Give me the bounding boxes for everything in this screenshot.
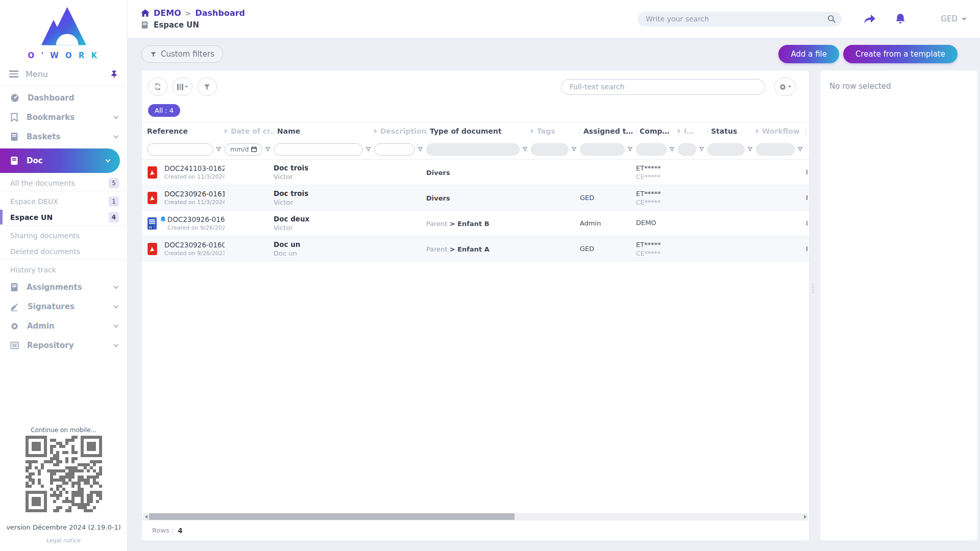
home-icon[interactable] bbox=[141, 9, 150, 17]
column-header-reference[interactable]: Reference bbox=[147, 127, 225, 135]
column-header-i[interactable]: I… bbox=[678, 127, 707, 135]
sidebar-item-dashboard[interactable]: Dashboard bbox=[0, 88, 127, 108]
sub-item-label: Deleted documents bbox=[10, 247, 119, 256]
filters-button[interactable] bbox=[198, 78, 217, 96]
column-header-status[interactable]: Status bbox=[707, 127, 756, 135]
horizontal-scrollbar[interactable] bbox=[143, 513, 808, 520]
name-filter-input[interactable] bbox=[274, 143, 363, 156]
sidebar-item-baskets[interactable]: Baskets bbox=[0, 127, 127, 146]
menu-toggle[interactable]: Menu bbox=[0, 62, 127, 86]
all-filter-chip[interactable]: All : 4 bbox=[148, 104, 180, 117]
sidebar-item-espace-un[interactable]: Espace UN 4 bbox=[0, 209, 127, 225]
column-header-assigned[interactable]: Assigned t… bbox=[580, 127, 636, 135]
column-header-comp[interactable]: Comp… bbox=[636, 127, 678, 135]
funnel-icon[interactable] bbox=[669, 146, 675, 152]
breadcrumb-home[interactable]: DEMO bbox=[154, 8, 181, 18]
document-row[interactable]: DOC230926-01610-3 Created on 11/3/2024 1… bbox=[142, 185, 809, 211]
column-header-workflow[interactable]: Workflow bbox=[756, 127, 806, 135]
tags-filter-input[interactable] bbox=[531, 143, 569, 156]
global-search[interactable] bbox=[638, 12, 842, 27]
sidebar-item-espace-deux[interactable]: Espace DEUX 1 bbox=[0, 193, 127, 209]
column-header-type[interactable]: Type of document bbox=[426, 127, 531, 135]
create-from-template-button[interactable]: Create from a template bbox=[843, 45, 958, 63]
pin-icon[interactable] bbox=[110, 70, 118, 78]
document-row[interactable]: DOC230926-01608-0 Created on 9/26/2023 3… bbox=[142, 236, 809, 262]
doc-name: Doc un bbox=[274, 240, 374, 248]
sub-item-label: History track bbox=[10, 266, 119, 274]
funnel-icon[interactable] bbox=[627, 146, 633, 152]
count-badge: 1 bbox=[109, 196, 119, 207]
caret-down-icon bbox=[185, 86, 188, 88]
date-filter-input[interactable]: mm/d bbox=[225, 143, 262, 156]
table-toolbar bbox=[142, 70, 809, 101]
funnel-icon[interactable] bbox=[747, 146, 753, 152]
sidebar-item-deleted-documents[interactable]: Deleted documents bbox=[0, 243, 127, 259]
sidebar-item-sharing-documents[interactable]: Sharing documents bbox=[0, 228, 127, 243]
mountain-logo-icon bbox=[39, 5, 88, 50]
columns-button[interactable] bbox=[173, 78, 192, 96]
column-header-tags[interactable]: Tags bbox=[531, 127, 580, 135]
sidebar-item-doc-active[interactable]: Doc bbox=[0, 148, 120, 173]
dashboard-icon bbox=[10, 93, 19, 103]
panel-resize-handle[interactable] bbox=[810, 282, 816, 295]
legal-notice-link[interactable]: Legal notice bbox=[46, 537, 81, 544]
sidebar-item-signatures[interactable]: Signatures bbox=[0, 297, 127, 316]
fulltext-search[interactable] bbox=[561, 79, 765, 95]
funnel-icon[interactable] bbox=[365, 146, 371, 152]
description-filter-input[interactable] bbox=[374, 143, 415, 156]
breadcrumb-current[interactable]: Dashboard bbox=[195, 8, 245, 18]
refresh-button[interactable] bbox=[148, 78, 167, 96]
doc-name: Doc deux bbox=[274, 215, 374, 223]
share-button[interactable] bbox=[863, 13, 876, 24]
type-filter-input[interactable] bbox=[426, 143, 520, 156]
scroll-left-arrow[interactable] bbox=[143, 513, 149, 520]
sub-item-label: All the documents bbox=[10, 179, 109, 187]
funnel-icon[interactable] bbox=[797, 146, 803, 152]
funnel-icon[interactable] bbox=[522, 146, 528, 152]
column-header-cut[interactable]: Y bbox=[806, 127, 810, 135]
custom-filters-button[interactable]: Custom filters bbox=[141, 45, 223, 63]
scrollbar-thumb[interactable] bbox=[149, 513, 514, 520]
sidebar-item-assignments[interactable]: Assignments bbox=[0, 278, 127, 297]
funnel-icon[interactable] bbox=[265, 146, 271, 152]
document-row[interactable]: DOC241103-01627-0 Created on 11/3/2024 1… bbox=[142, 160, 809, 185]
notifications-button[interactable] bbox=[895, 13, 906, 25]
detail-panel: No row selected bbox=[820, 70, 978, 541]
calendar-icon[interactable] bbox=[251, 146, 257, 152]
column-header-name[interactable]: Name bbox=[274, 127, 374, 135]
sidebar-item-all-documents[interactable]: All the documents 5 bbox=[0, 175, 127, 191]
table-footer: Rows : 4 bbox=[142, 520, 809, 540]
assigned-filter-input[interactable] bbox=[580, 143, 625, 156]
sidebar-item-admin[interactable]: Admin bbox=[0, 316, 127, 336]
table-settings-button[interactable] bbox=[774, 78, 796, 96]
pdf-file-icon bbox=[147, 166, 159, 179]
funnel-icon[interactable] bbox=[699, 146, 704, 152]
i-filter-input[interactable] bbox=[678, 143, 696, 156]
comp-filter-input[interactable] bbox=[636, 143, 667, 156]
column-header-date[interactable]: Date of cr… bbox=[225, 127, 274, 135]
chevron-down-icon bbox=[106, 157, 111, 162]
reference-filter-input[interactable] bbox=[147, 143, 213, 156]
user-menu[interactable]: GED bbox=[941, 14, 967, 23]
sidebar-item-bookmarks[interactable]: Bookmarks bbox=[0, 108, 127, 127]
sidebar-item-repository[interactable]: Repository bbox=[0, 336, 127, 355]
doc-subtitle: Doc un bbox=[274, 249, 374, 257]
fulltext-search-input[interactable] bbox=[570, 83, 756, 91]
status-filter-input[interactable] bbox=[707, 143, 745, 156]
document-row[interactable]: W DOC230926-01609-0 Created on 9/26/2023… bbox=[142, 211, 809, 236]
scroll-right-arrow[interactable] bbox=[802, 513, 808, 520]
workflow-filter-input[interactable] bbox=[756, 143, 795, 156]
column-separator bbox=[580, 127, 580, 135]
search-icon[interactable] bbox=[827, 15, 836, 23]
funnel-icon[interactable] bbox=[571, 146, 577, 152]
funnel-icon[interactable] bbox=[418, 146, 423, 152]
funnel-icon[interactable] bbox=[216, 146, 222, 152]
sidebar-item-history-track[interactable]: History track bbox=[0, 262, 127, 278]
global-search-input[interactable] bbox=[646, 15, 827, 23]
sub-item-label: Sharing documents bbox=[10, 232, 119, 240]
column-header-description[interactable]: Description bbox=[374, 127, 426, 135]
doc-cut-text: I bbox=[806, 194, 810, 202]
scrollbar-track[interactable] bbox=[149, 513, 802, 520]
add-file-button[interactable]: Add a file bbox=[778, 45, 839, 63]
sidebar: O ' W O R K Menu Dashboard Bookmarks Bas… bbox=[0, 0, 128, 551]
